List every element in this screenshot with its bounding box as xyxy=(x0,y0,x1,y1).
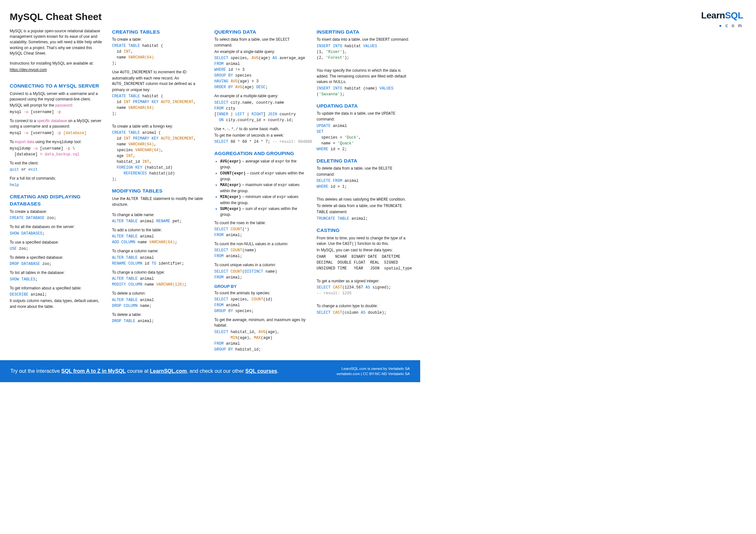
footer: Try out the interactive SQL from A to Z … xyxy=(0,360,420,382)
column-3: QUERYING DATA To select data from a tabl… xyxy=(214,28,308,352)
section-modifying-tables: MODIFYING TABLES xyxy=(112,187,206,194)
section-deleting: DELETING DATA xyxy=(317,157,411,165)
page-title: MySQL Cheat Sheet xyxy=(10,10,411,24)
aggregation-item: COUNT(expr) – count of expr values withi… xyxy=(220,170,308,182)
footer-cta: Try out the interactive SQL from A to Z … xyxy=(10,367,279,375)
column-1: MySQL is a popular open-source relationa… xyxy=(10,28,104,352)
section-creating-tables: CREATING TABLES xyxy=(112,28,206,36)
section-querying: QUERYING DATA xyxy=(214,28,308,36)
intro-text: MySQL is a popular open-source relationa… xyxy=(10,28,104,57)
section-groupby: GROUP BY xyxy=(214,284,308,290)
exit-label: To exit the client: xyxy=(10,161,104,166)
help-label: For a full list of commands: xyxy=(10,176,104,181)
footer-credits: LearnSQL.com is owned by Vertabelo SA ve… xyxy=(337,366,410,376)
connecting-pw-line: MySQL will prompt for the password: xyxy=(10,103,104,108)
section-connecting: CONNECTING TO A MYSQL SERVER xyxy=(10,82,104,89)
code-connect-4: quit or exit xyxy=(10,167,104,172)
code-connect-2: mysql -u [username] -p [database] xyxy=(10,130,104,136)
section-updating: UPDATING DATA xyxy=(317,102,411,110)
aggregation-item: MAX(expr) – maximum value of expr values… xyxy=(220,182,308,194)
aggregation-item: MIN(expr) – minimum value of expr values… xyxy=(220,194,308,206)
aggregation-item: SUM(expr) – sum of expr values within th… xyxy=(220,206,308,218)
column-2: CREATING TABLES To create a table: CREAT… xyxy=(112,28,206,352)
connect-db-line: To connect to a specific database on a M… xyxy=(10,118,104,130)
code-connect-1: mysql -u [username] -p xyxy=(10,109,104,115)
section-inserting: INSERTING DATA xyxy=(317,28,411,36)
install-link[interactable]: https://dev.mysql.com xyxy=(10,67,47,72)
column-4: INSERTING DATA To insert data into a tab… xyxy=(317,28,411,352)
section-casting: CASTING xyxy=(317,227,411,234)
connecting-desc: Connect to a MySQL server with a usernam… xyxy=(10,91,104,102)
aggregation-list: AVG(expr) – average value of expr for th… xyxy=(214,159,308,218)
code-connect-5: help xyxy=(10,182,104,188)
code-connect-3: mysqldump -u [username] -p \ [database] … xyxy=(10,146,104,157)
section-databases: CREATING AND DISPLAYING DATABASES xyxy=(10,193,104,208)
export-line: To export data using the mysqldump tool: xyxy=(10,139,104,145)
aggregation-item: AVG(expr) – average value of expr for th… xyxy=(220,159,308,170)
section-aggregation: AGGREGATION AND GROUPING xyxy=(214,150,308,157)
install-label: Instructions for installing MySQL are av… xyxy=(10,61,104,66)
